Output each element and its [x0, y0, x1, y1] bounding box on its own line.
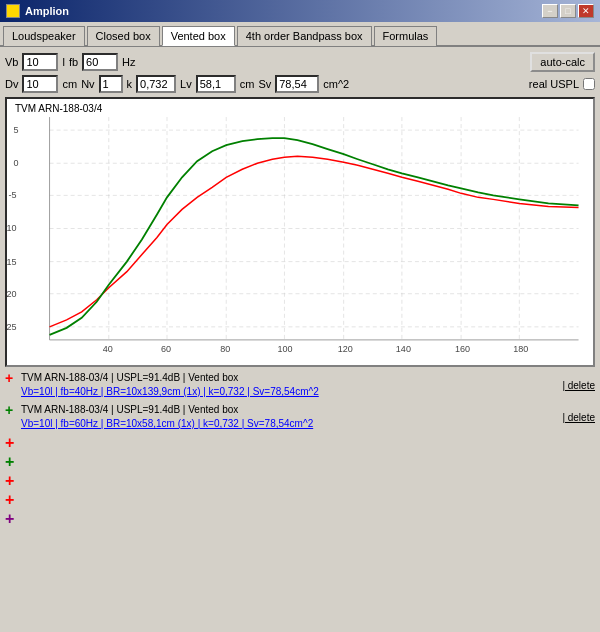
chart-title: TVM ARN-188-03/4: [15, 103, 102, 114]
legend-line2-2[interactable]: Vb=10l | fb=60Hz | BR=10x58,1cm (1x) | k…: [21, 417, 558, 431]
nv-input[interactable]: [99, 75, 123, 93]
svg-text:160: 160: [455, 344, 470, 354]
svg-text:-20: -20: [7, 289, 16, 299]
red-curve: [50, 156, 579, 327]
close-button[interactable]: ✕: [578, 4, 594, 18]
add-buttons-group: + + + + +: [5, 435, 595, 527]
legend-text-1: TVM ARN-188-03/4 | USPL=91.4dB | Vented …: [21, 371, 558, 399]
app-icon: [6, 4, 20, 18]
window-title: Amplion: [25, 5, 69, 17]
legend-delete-2[interactable]: | delete: [562, 412, 595, 423]
tab-formulas[interactable]: Formulas: [374, 26, 438, 46]
legend-line2-1[interactable]: Vb=10l | fb=40Hz | BR=10x139,9cm (1x) | …: [21, 385, 558, 399]
dv-input[interactable]: [22, 75, 58, 93]
k-input[interactable]: [136, 75, 176, 93]
svg-text:-15: -15: [7, 257, 16, 267]
controls-row-2: Dv cm Nv k Lv cm Sv cm^2 real USPL: [5, 75, 595, 93]
vb-label: Vb: [5, 56, 18, 68]
dv-label: Dv: [5, 78, 18, 90]
legend-line1-1: TVM ARN-188-03/4 | USPL=91.4dB | Vented …: [21, 371, 558, 385]
sv-input[interactable]: [275, 75, 319, 93]
fb-unit: Hz: [122, 56, 135, 68]
title-buttons: − □ ✕: [542, 4, 594, 18]
minimize-button[interactable]: −: [542, 4, 558, 18]
sv-label: Sv: [258, 78, 271, 90]
svg-text:60: 60: [161, 344, 171, 354]
maximize-button[interactable]: □: [560, 4, 576, 18]
tab-4th-order[interactable]: 4th order Bandpass box: [237, 26, 372, 46]
real-uspl-checkbox[interactable]: [583, 78, 595, 90]
title-bar: Amplion − □ ✕: [0, 0, 600, 22]
lv-input[interactable]: [196, 75, 236, 93]
legend-color-red-1: +: [5, 372, 17, 384]
svg-text:-10: -10: [7, 223, 16, 233]
green-curve: [50, 138, 579, 335]
legend-line1-2: TVM ARN-188-03/4 | USPL=91.4dB | Vented …: [21, 403, 558, 417]
lv-label: Lv: [180, 78, 192, 90]
svg-text:100: 100: [277, 344, 292, 354]
add-button-3[interactable]: +: [5, 473, 595, 489]
real-uspl-label: real USPL: [529, 78, 579, 90]
tab-closed-box[interactable]: Closed box: [87, 26, 160, 46]
auto-calc-button[interactable]: auto-calc: [530, 52, 595, 72]
svg-text:120: 120: [338, 344, 353, 354]
legend-delete-1[interactable]: | delete: [562, 380, 595, 391]
fb-input[interactable]: [82, 53, 118, 71]
svg-text:-25: -25: [7, 322, 16, 332]
chart-container: TVM ARN-188-03/4: [5, 97, 595, 367]
add-button-1[interactable]: +: [5, 435, 595, 451]
nv-label: Nv: [81, 78, 94, 90]
add-button-5[interactable]: +: [5, 511, 595, 527]
svg-text:140: 140: [396, 344, 411, 354]
tab-vented-box[interactable]: Vented box: [162, 26, 235, 46]
legend-row-2: + TVM ARN-188-03/4 | USPL=91.4dB | Vente…: [5, 403, 595, 431]
legend-text-2: TVM ARN-188-03/4 | USPL=91.4dB | Vented …: [21, 403, 558, 431]
vb-unit: l: [62, 56, 64, 68]
tab-loudspeaker[interactable]: Loudspeaker: [3, 26, 85, 46]
vb-input[interactable]: [22, 53, 58, 71]
svg-text:40: 40: [103, 344, 113, 354]
fb-label: fb: [69, 56, 78, 68]
add-button-4[interactable]: +: [5, 492, 595, 508]
sv-unit: cm^2: [323, 78, 349, 90]
dv-unit: cm: [62, 78, 77, 90]
controls-row-1: Vb l fb Hz auto-calc: [5, 52, 595, 72]
lv-unit: cm: [240, 78, 255, 90]
svg-text:80: 80: [220, 344, 230, 354]
legend-rows: + TVM ARN-188-03/4 | USPL=91.4dB | Vente…: [5, 371, 595, 431]
add-button-2[interactable]: +: [5, 454, 595, 470]
k-label: k: [127, 78, 133, 90]
legend-color-green-2: +: [5, 404, 17, 416]
svg-text:180: 180: [513, 344, 528, 354]
svg-text:-5: -5: [8, 190, 16, 200]
chart-svg: 5 0 -5 -10 -15 -20 -25 40 60 80 100 120 …: [7, 99, 593, 365]
svg-text:5: 5: [13, 125, 18, 135]
main-content: Vb l fb Hz auto-calc Dv cm Nv k Lv cm Sv…: [0, 47, 600, 535]
legend-row-1: + TVM ARN-188-03/4 | USPL=91.4dB | Vente…: [5, 371, 595, 399]
svg-text:0: 0: [13, 158, 18, 168]
tab-bar: Loudspeaker Closed box Vented box 4th or…: [0, 22, 600, 47]
